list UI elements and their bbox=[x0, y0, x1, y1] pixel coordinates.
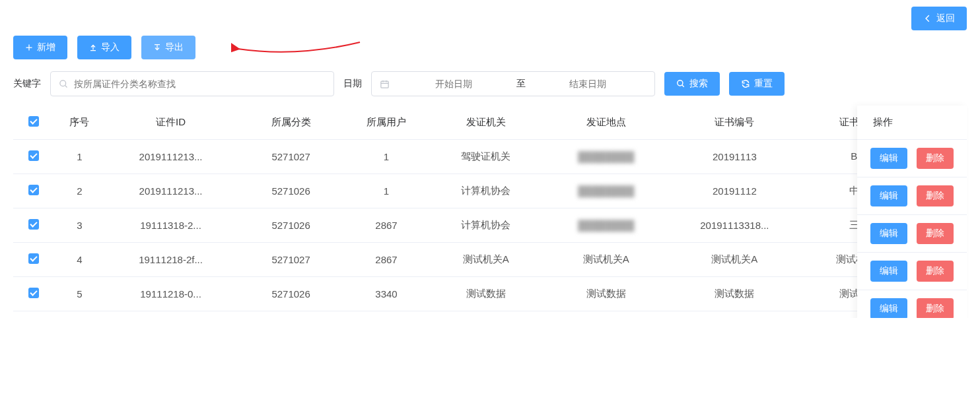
action-row: 编辑删除 bbox=[857, 177, 967, 215]
svg-point-2 bbox=[678, 80, 683, 86]
keyword-label: 关键字 bbox=[13, 78, 41, 90]
table-header-row: 序号 证件ID 所属分类 所属用户 发证机关 发证地点 证书编号 证书等级 发证 bbox=[13, 106, 967, 140]
delete-button[interactable]: 删除 bbox=[917, 148, 954, 169]
cell-cert-no: 20191113318... bbox=[668, 208, 801, 243]
delete-button[interactable]: 删除 bbox=[917, 185, 954, 206]
cell-seq: 2 bbox=[55, 174, 104, 208]
cell-category: 5271027 bbox=[237, 243, 345, 277]
col-cert-id: 证件ID bbox=[104, 106, 237, 140]
col-place: 发证地点 bbox=[544, 106, 668, 140]
col-org: 发证机关 bbox=[428, 106, 544, 140]
cell-seq: 3 bbox=[55, 208, 104, 243]
action-row: 编辑删除 bbox=[857, 290, 967, 318]
keyword-input-wrap[interactable] bbox=[50, 71, 334, 96]
edit-button[interactable]: 编辑 bbox=[870, 298, 907, 318]
cell-cert-no: 测试数据 bbox=[668, 277, 801, 311]
import-button[interactable]: 导入 bbox=[77, 36, 131, 59]
row-checkbox[interactable] bbox=[28, 253, 39, 264]
export-button[interactable]: 导出 bbox=[141, 36, 195, 59]
cell-category: 5271026 bbox=[237, 277, 345, 311]
row-checkbox[interactable] bbox=[28, 185, 39, 195]
col-actions: 操作 bbox=[857, 106, 967, 140]
cell-cert-no: 20191113 bbox=[668, 140, 801, 174]
action-row: 编辑删除 bbox=[857, 140, 967, 177]
search-button[interactable]: 搜索 bbox=[664, 72, 720, 96]
edit-button[interactable]: 编辑 bbox=[870, 223, 907, 244]
search-icon bbox=[59, 79, 69, 89]
cell-place-obscured: ████████ bbox=[578, 185, 634, 197]
cell-place-obscured: ████████ bbox=[578, 151, 634, 162]
back-button-label: 返回 bbox=[936, 13, 955, 24]
keyword-input[interactable] bbox=[74, 79, 326, 89]
action-row: 编辑删除 bbox=[857, 253, 967, 290]
cell-org: 计算机协会 bbox=[428, 174, 544, 208]
select-all-checkbox[interactable] bbox=[28, 116, 39, 127]
import-button-label: 导入 bbox=[101, 42, 120, 53]
table-row: 12019111213...52710271驾驶证机关████████20191… bbox=[13, 140, 967, 174]
delete-button[interactable]: 删除 bbox=[917, 261, 954, 282]
date-label: 日期 bbox=[343, 78, 362, 90]
cell-cert-no: 测试机关A bbox=[668, 243, 801, 277]
cell-place: ████████ bbox=[544, 174, 668, 208]
cell-place-obscured: ████████ bbox=[578, 220, 634, 231]
add-button-label: 新增 bbox=[37, 42, 55, 53]
calendar-icon bbox=[380, 79, 390, 89]
cell-cert-no: 20191112 bbox=[668, 174, 801, 208]
date-separator: 至 bbox=[516, 78, 526, 90]
edit-button[interactable]: 编辑 bbox=[870, 185, 907, 206]
data-table: 序号 证件ID 所属分类 所属用户 发证机关 发证地点 证书编号 证书等级 发证… bbox=[13, 106, 967, 311]
add-button[interactable]: 新增 bbox=[13, 36, 67, 59]
date-range-input[interactable]: 至 bbox=[371, 71, 655, 96]
cell-cert-id: 2019111213... bbox=[104, 140, 237, 174]
cell-place: 测试机关A bbox=[544, 243, 668, 277]
cell-cert-id: 19111218-2f... bbox=[104, 243, 237, 277]
cell-place: ████████ bbox=[544, 140, 668, 174]
table-row: 419111218-2f...52710272867测试机关A测试机关A测试机关… bbox=[13, 243, 967, 277]
cell-cert-id: 19111218-0... bbox=[104, 277, 237, 311]
col-seq: 序号 bbox=[55, 106, 104, 140]
reset-button-label: 重置 bbox=[754, 78, 773, 90]
col-cert-no: 证书编号 bbox=[668, 106, 801, 140]
search-icon bbox=[676, 79, 685, 88]
back-button[interactable]: 返回 bbox=[911, 7, 967, 30]
refresh-icon bbox=[741, 79, 750, 88]
annotation-arrow-icon bbox=[231, 41, 363, 54]
cell-user: 1 bbox=[345, 174, 428, 208]
cell-org: 驾驶证机关 bbox=[428, 140, 544, 174]
cell-org: 计算机协会 bbox=[428, 208, 544, 243]
delete-button[interactable]: 删除 bbox=[917, 298, 954, 318]
edit-button[interactable]: 编辑 bbox=[870, 148, 907, 169]
col-user: 所属用户 bbox=[345, 106, 428, 140]
cell-org: 测试数据 bbox=[428, 277, 544, 311]
cell-category: 5271027 bbox=[237, 140, 345, 174]
arrow-left-icon bbox=[923, 14, 932, 23]
cell-cert-id: 19111318-2... bbox=[104, 208, 237, 243]
plus-icon bbox=[25, 44, 33, 51]
cell-org: 测试机关A bbox=[428, 243, 544, 277]
cell-user: 2867 bbox=[345, 208, 428, 243]
action-panel: 操作 编辑删除编辑删除编辑删除编辑删除编辑删除 https://blog.csd… bbox=[857, 106, 967, 318]
col-category: 所属分类 bbox=[237, 106, 345, 140]
reset-button[interactable]: 重置 bbox=[729, 72, 785, 96]
cell-user: 3340 bbox=[345, 277, 428, 311]
edit-button[interactable]: 编辑 bbox=[870, 261, 907, 282]
cell-seq: 4 bbox=[55, 243, 104, 277]
start-date-input[interactable] bbox=[395, 79, 512, 89]
cell-place: 测试数据 bbox=[544, 277, 668, 311]
end-date-input[interactable] bbox=[530, 79, 647, 89]
svg-rect-1 bbox=[381, 81, 388, 88]
row-checkbox[interactable] bbox=[28, 288, 39, 298]
action-row: 编辑删除 bbox=[857, 215, 967, 253]
cell-place: ████████ bbox=[544, 208, 668, 243]
svg-point-0 bbox=[60, 80, 66, 86]
export-button-label: 导出 bbox=[165, 42, 184, 53]
cell-cert-id: 2019111213... bbox=[104, 174, 237, 208]
delete-button[interactable]: 删除 bbox=[917, 223, 954, 244]
search-button-label: 搜索 bbox=[689, 78, 708, 90]
cell-category: 5271026 bbox=[237, 174, 345, 208]
row-checkbox[interactable] bbox=[28, 150, 39, 161]
cell-user: 2867 bbox=[345, 243, 428, 277]
row-checkbox[interactable] bbox=[28, 219, 39, 230]
cell-seq: 1 bbox=[55, 140, 104, 174]
upload-icon bbox=[89, 44, 97, 51]
